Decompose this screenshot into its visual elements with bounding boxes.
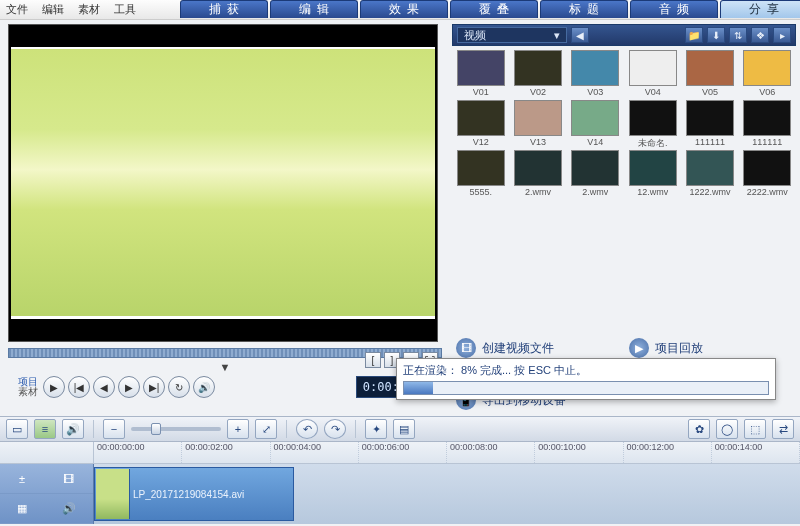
audio-view-button[interactable]: 🔊 [62,419,84,439]
sort-icon[interactable]: ⇅ [729,27,747,43]
lib-prev-icon[interactable]: ◀ [571,27,589,43]
ruler-tick: 00:00:06:00 [359,442,447,463]
tool-c-button[interactable]: ✿ [688,419,710,439]
chevron-down-icon: ▾ [554,29,560,42]
tab-effect[interactable]: 效果 [360,0,448,18]
clip-label: LP_20171219084154.avi [133,489,244,500]
preview-monitor [8,24,438,342]
library-category-dropdown[interactable]: 视频▾ [457,27,567,43]
fit-button[interactable]: ⤢ [255,419,277,439]
thumb-label: V01 [473,87,489,98]
tab-share[interactable]: 分享 [720,0,800,18]
go-start-button[interactable]: |◀ [68,376,90,398]
ruler-tick: 00:00:04:00 [271,442,359,463]
tab-capture[interactable]: 捕获 [180,0,268,18]
thumb-label: 5555. [469,187,492,198]
tool-b-button[interactable]: ▤ [393,419,415,439]
thumb-image [514,150,562,186]
tab-edit[interactable]: 编辑 [270,0,358,18]
next-frame-button[interactable]: ▶ [118,376,140,398]
tab-title[interactable]: 标题 [540,0,628,18]
thumbnail-grid: V01V02V03V04V05V06V12V13V14未命名.111111111… [452,46,796,332]
tool-e-button[interactable]: ⬚ [744,419,766,439]
tab-overlay[interactable]: 覆叠 [450,0,538,18]
tool-d-button[interactable]: ◯ [716,419,738,439]
thumb-image [571,50,619,86]
project-playback-action[interactable]: ▶项目回放 [629,338,792,358]
track-visibility-icon[interactable]: ▦ [17,502,27,515]
tab-audio[interactable]: 音频 [630,0,718,18]
library-thumb[interactable]: 未命名. [626,100,679,148]
undo-button[interactable]: ↶ [296,419,318,439]
library-thumb[interactable]: 2222.wmv [741,150,794,198]
prev-frame-button[interactable]: ◀ [93,376,115,398]
step-tabs: 捕获 编辑 效果 覆叠 标题 音频 分享 [180,0,800,20]
library-thumb[interactable]: 12.wmv [626,150,679,198]
library-thumb[interactable]: 111111 [741,100,794,148]
expand-icon[interactable]: ▸ [773,27,791,43]
library-thumb[interactable]: 5555. [454,150,507,198]
manage-icon[interactable]: ❖ [751,27,769,43]
thumb-label: V02 [530,87,546,98]
film-icon: 🎞 [456,338,476,358]
library-thumb[interactable]: V04 [626,50,679,98]
storyboard-view-button[interactable]: ▭ [6,419,28,439]
ruler-tick: 00:00:12:00 [624,442,712,463]
menu-file[interactable]: 文件 [6,2,28,17]
library-thumb[interactable]: V02 [511,50,564,98]
video-track-icon[interactable]: 🎞 [63,473,74,485]
scroll-toggle-button[interactable]: ⇄ [772,419,794,439]
library-thumb[interactable]: 2.wmv [511,150,564,198]
menu-tool[interactable]: 工具 [114,2,136,17]
create-audio-action[interactable]: ♪创建音频文件 正在渲染： 8% 完成... 按 ESC 中止。 [456,364,619,384]
toggle-track-icon[interactable]: ± [19,473,25,485]
thumb-label: 12.wmv [637,187,668,198]
thumb-label: V12 [473,137,489,148]
library-thumb[interactable]: V05 [683,50,736,98]
library-thumb[interactable]: 2.wmv [569,150,622,198]
ruler-tick: 00:00:00:00 [94,442,182,463]
library-thumb[interactable]: V12 [454,100,507,148]
play-button[interactable]: ▶ [43,376,65,398]
zoom-slider[interactable] [131,427,221,431]
folder-icon[interactable]: 📁 [685,27,703,43]
library-pane: 视频▾ ◀ 📁 ⬇ ⇅ ❖ ▸ V01V02V03V04V05V06V12V13… [450,20,800,416]
thumb-label: V05 [702,87,718,98]
menu-clip[interactable]: 素材 [78,2,100,17]
timeline-view-button[interactable]: ≡ [34,419,56,439]
zoom-in-button[interactable]: + [227,419,249,439]
ruler-tick: 00:00:08:00 [447,442,535,463]
zoom-out-button[interactable]: − [103,419,125,439]
audio-track-icon[interactable]: 🔊 [62,502,76,515]
thumb-label: 2.wmv [582,187,608,198]
library-thumb[interactable]: V03 [569,50,622,98]
mode-clip[interactable]: 素材 [8,387,40,397]
create-video-action[interactable]: 🎞创建视频文件 [456,338,619,358]
go-end-button[interactable]: ▶| [143,376,165,398]
thumb-image [514,50,562,86]
track-area[interactable]: LP_20171219084154.avi [94,464,800,524]
track-headers: ±🎞 ▦🔊 [0,464,94,524]
library-thumb[interactable]: 1222.wmv [683,150,736,198]
ruler-tick: 00:00:02:00 [182,442,270,463]
menu-edit[interactable]: 编辑 [42,2,64,17]
thumb-image [743,150,791,186]
import-icon[interactable]: ⬇ [707,27,725,43]
thumb-image [743,100,791,136]
library-thumb[interactable]: 111111 [683,100,736,148]
tool-a-button[interactable]: ✦ [365,419,387,439]
video-clip[interactable]: LP_20171219084154.avi [94,467,294,521]
library-thumb[interactable]: V06 [741,50,794,98]
thumb-label: 未命名. [638,137,668,148]
time-ruler[interactable]: 00:00:00:0000:00:02:0000:00:04:0000:00:0… [0,442,800,464]
library-thumb[interactable]: V13 [511,100,564,148]
library-thumb[interactable]: V14 [569,100,622,148]
progress-bar [403,381,769,395]
redo-button[interactable]: ↷ [324,419,346,439]
mark-in-button[interactable]: [ [365,352,381,368]
thumb-label: V13 [530,137,546,148]
library-thumb[interactable]: V01 [454,50,507,98]
repeat-button[interactable]: ↻ [168,376,190,398]
volume-button[interactable]: 🔊 [193,376,215,398]
thumb-label: 2222.wmv [747,187,788,198]
